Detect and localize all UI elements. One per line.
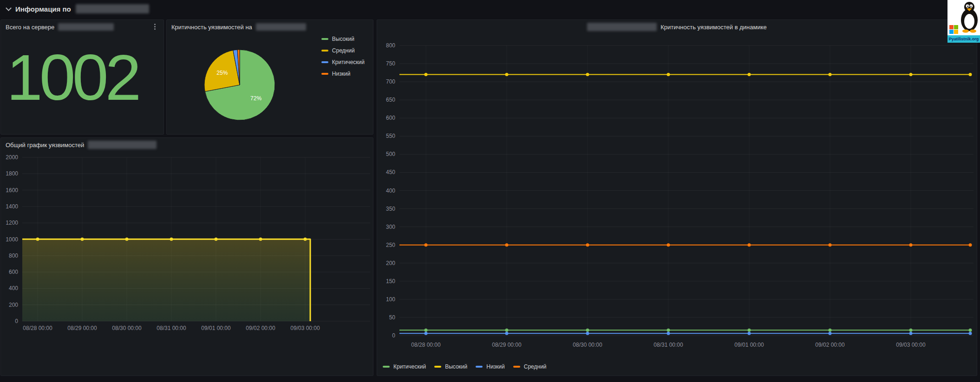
svg-text:09/02 00:00: 09/02 00:00 bbox=[815, 342, 845, 348]
svg-text:09/01 00:00: 09/01 00:00 bbox=[201, 325, 231, 331]
svg-text:72%: 72% bbox=[250, 95, 261, 102]
legend-item[interactable]: Низкий bbox=[321, 71, 365, 77]
svg-text:1000: 1000 bbox=[6, 236, 18, 243]
panel-menu-icon[interactable] bbox=[150, 23, 159, 31]
svg-text:08/28 00:00: 08/28 00:00 bbox=[23, 325, 52, 331]
svg-text:600: 600 bbox=[9, 269, 18, 275]
area-panel-header: Общий график уязвимостей bbox=[1, 138, 373, 152]
svg-text:400: 400 bbox=[386, 188, 395, 194]
legend-item[interactable]: Высокий bbox=[434, 363, 467, 370]
legend-label: Критический bbox=[332, 59, 365, 65]
svg-text:800: 800 bbox=[386, 42, 395, 49]
timeseries-chart[interactable]: 0501001502002503003504004505005506006507… bbox=[377, 20, 977, 376]
dashboard-row-title: Информация по bbox=[15, 5, 71, 13]
svg-text:0: 0 bbox=[15, 318, 18, 324]
redacted-text bbox=[88, 141, 157, 149]
legend-marker bbox=[434, 366, 441, 368]
dashboard: Информация по Всего на сервере 1002 Крит… bbox=[0, 0, 980, 382]
legend-label: Низкий bbox=[332, 71, 351, 77]
legend-label: Средний bbox=[332, 47, 355, 54]
redacted-text bbox=[587, 23, 657, 31]
legend-item[interactable]: Критический bbox=[321, 59, 365, 65]
svg-text:800: 800 bbox=[9, 253, 18, 259]
dashboard-row-header[interactable]: Информация по bbox=[0, 0, 980, 18]
stat-value: 1002 bbox=[7, 31, 138, 124]
legend-label: Высокий bbox=[332, 36, 354, 42]
svg-text:09/03 00:00: 09/03 00:00 bbox=[290, 325, 320, 331]
redacted-text bbox=[76, 4, 149, 13]
legend-marker bbox=[321, 38, 328, 40]
svg-text:1600: 1600 bbox=[6, 187, 18, 194]
stat-panel-title: Всего на сервере bbox=[6, 24, 54, 31]
redacted-text bbox=[256, 23, 306, 31]
timeseries-legend: КритическийВысокийНизкийСредний bbox=[383, 363, 547, 370]
pie-legend: ВысокийСреднийКритическийНизкий bbox=[321, 36, 365, 77]
timeseries-panel: Критичность уязвимостей в динамике 05010… bbox=[377, 19, 977, 376]
svg-text:400: 400 bbox=[9, 285, 18, 291]
legend-marker bbox=[321, 73, 328, 75]
svg-text:08/28 00:00: 08/28 00:00 bbox=[411, 342, 441, 348]
svg-text:200: 200 bbox=[9, 302, 18, 308]
svg-text:600: 600 bbox=[386, 115, 395, 121]
svg-text:08/29 00:00: 08/29 00:00 bbox=[67, 325, 97, 331]
svg-text:1200: 1200 bbox=[6, 220, 18, 226]
svg-text:650: 650 bbox=[386, 97, 395, 103]
timeseries-panel-header: Критичность уязвимостей в динамике bbox=[377, 20, 977, 34]
pie-panel: Критичность уязвимостей на 72%25% Высоки… bbox=[166, 19, 373, 135]
legend-marker bbox=[476, 366, 483, 368]
legend-marker bbox=[383, 366, 390, 368]
chevron-down-icon[interactable] bbox=[6, 5, 12, 11]
svg-text:1800: 1800 bbox=[6, 170, 18, 177]
legend-item[interactable]: Высокий bbox=[321, 36, 365, 42]
svg-text:08/31 00:00: 08/31 00:00 bbox=[653, 342, 683, 348]
svg-text:08/30 00:00: 08/30 00:00 bbox=[573, 342, 602, 348]
svg-text:09/02 00:00: 09/02 00:00 bbox=[246, 325, 275, 331]
svg-text:100: 100 bbox=[386, 296, 395, 303]
legend-item[interactable]: Средний bbox=[513, 363, 547, 370]
timeseries-panel-title: Критичность уязвимостей в динамике bbox=[660, 24, 766, 31]
svg-text:08/29 00:00: 08/29 00:00 bbox=[492, 342, 522, 348]
svg-text:2000: 2000 bbox=[6, 154, 18, 161]
area-chart-panel: Общий график уязвимостей 020040060080010… bbox=[0, 137, 373, 376]
legend-label: Высокий bbox=[445, 363, 467, 370]
legend-label: Средний bbox=[524, 363, 547, 370]
legend-item[interactable]: Средний bbox=[321, 47, 365, 54]
svg-text:09/01 00:00: 09/01 00:00 bbox=[734, 342, 764, 348]
svg-text:08/30 00:00: 08/30 00:00 bbox=[112, 325, 142, 331]
svg-text:500: 500 bbox=[386, 151, 395, 157]
svg-text:700: 700 bbox=[386, 78, 395, 85]
penguin-icon bbox=[958, 0, 980, 33]
legend-label: Низкий bbox=[486, 363, 505, 370]
watermark-image bbox=[947, 0, 980, 35]
watermark-text: Pyatilistnik.org bbox=[947, 35, 980, 43]
legend-marker bbox=[513, 366, 520, 368]
svg-text:750: 750 bbox=[386, 60, 395, 67]
svg-text:09/03 00:00: 09/03 00:00 bbox=[896, 342, 926, 348]
legend-marker bbox=[321, 50, 328, 52]
svg-text:550: 550 bbox=[386, 133, 395, 139]
stat-panel-header: Всего на сервере bbox=[1, 20, 163, 34]
svg-text:50: 50 bbox=[389, 314, 396, 321]
svg-text:200: 200 bbox=[386, 260, 395, 266]
legend-item[interactable]: Низкий bbox=[476, 363, 505, 370]
legend-marker bbox=[321, 61, 328, 63]
svg-text:1400: 1400 bbox=[6, 203, 18, 210]
redacted-text bbox=[58, 23, 114, 31]
legend-item[interactable]: Критический bbox=[383, 363, 426, 370]
svg-text:0: 0 bbox=[392, 332, 395, 339]
svg-text:450: 450 bbox=[386, 169, 395, 175]
watermark-logo: Pyatilistnik.org bbox=[947, 0, 980, 43]
svg-text:250: 250 bbox=[386, 242, 395, 248]
svg-text:25%: 25% bbox=[216, 70, 228, 76]
stat-panel: Всего на сервере 1002 bbox=[0, 19, 164, 135]
svg-text:08/31 00:00: 08/31 00:00 bbox=[157, 325, 186, 331]
area-panel-title: Общий график уязвимостей bbox=[6, 142, 84, 149]
svg-text:350: 350 bbox=[386, 206, 395, 212]
legend-label: Критический bbox=[393, 363, 426, 370]
svg-text:300: 300 bbox=[386, 224, 395, 230]
windows-logo-icon bbox=[949, 25, 958, 34]
svg-text:150: 150 bbox=[386, 278, 395, 285]
pie-panel-header: Критичность уязвимостей на bbox=[167, 20, 373, 34]
area-chart[interactable]: 020040060080010001200140016001800200008/… bbox=[1, 138, 373, 376]
pie-panel-title: Критичность уязвимостей на bbox=[171, 24, 252, 31]
